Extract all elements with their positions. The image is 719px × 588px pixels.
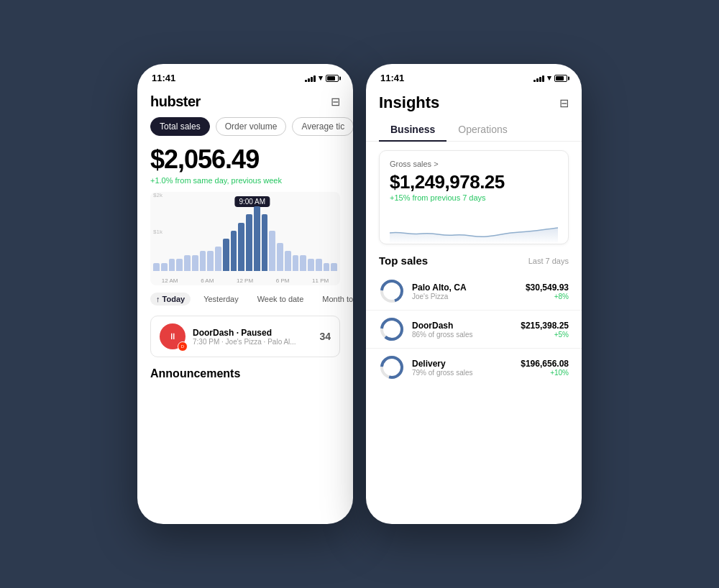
- tab-total-sales[interactable]: Total sales: [150, 117, 210, 136]
- pause-button[interactable]: ⏸ D: [160, 323, 186, 349]
- chart-tooltip: 9:00 AM: [234, 196, 270, 207]
- sales-item-1[interactable]: Palo Alto, CA Joe's Pizza $30,549.93 +8%: [366, 272, 582, 311]
- sales-item-1-values: $30,549.93 +8%: [526, 282, 569, 300]
- left-tabs-row: Total sales Order volume Average tic: [137, 117, 353, 144]
- sales-item-1-sub: Joe's Pizza: [412, 293, 518, 300]
- left-phone: 11:41 ▾ hubster ⊟: [137, 64, 353, 524]
- main-sales-amount: $2,056.49: [137, 144, 353, 176]
- right-header: Insights ⊟: [366, 88, 582, 119]
- wifi-icon: ▾: [319, 73, 323, 83]
- filter-yesterday[interactable]: Yesterday: [198, 293, 244, 306]
- left-status-bar: 11:41 ▾: [137, 64, 353, 88]
- sales-item-3-name: Delivery: [412, 359, 513, 369]
- announcements-title: Announcements: [137, 360, 353, 385]
- order-subtitle: 7:30 PM · Joe's Pizza · Palo Al...: [193, 338, 312, 346]
- gross-amount: $1,249,978.25: [390, 171, 558, 193]
- donut-chart-3: [379, 354, 405, 380]
- sales-item-3-sub: 79% of gross sales: [412, 369, 513, 377]
- phones-container: 11:41 ▾ hubster ⊟: [123, 50, 596, 538]
- tab-order-volume[interactable]: Order volume: [216, 117, 287, 136]
- wifi-icon: ▾: [547, 73, 551, 83]
- right-time: 11:41: [380, 73, 404, 83]
- tab-business[interactable]: Business: [379, 119, 446, 141]
- right-status-bar: 11:41 ▾: [366, 64, 582, 88]
- tab-operations[interactable]: Operations: [446, 119, 518, 141]
- doordash-badge: D: [178, 341, 188, 352]
- sales-item-2-sub: 86% of gross sales: [412, 331, 513, 339]
- sales-item-1-info: Palo Alto, CA Joe's Pizza: [412, 282, 518, 300]
- order-count: 34: [319, 331, 331, 342]
- sales-item-2-info: DoorDash 86% of gross sales: [412, 321, 513, 339]
- sales-item-3[interactable]: Delivery 79% of gross sales $196,656.08 …: [366, 349, 582, 386]
- gross-sales-chart: [390, 208, 558, 244]
- order-title: DoorDash · Paused: [193, 328, 312, 338]
- battery-icon: [326, 75, 339, 82]
- sales-item-1-name: Palo Alto, CA: [412, 282, 518, 293]
- sales-item-3-info: Delivery 79% of gross sales: [412, 359, 513, 377]
- hubster-logo: hubster: [150, 93, 201, 110]
- sales-item-2-name: DoorDash: [412, 321, 513, 331]
- signal-icon: [305, 75, 316, 82]
- sales-item-3-values: $196,656.08 +10%: [521, 359, 569, 377]
- sales-item-2-values: $215,398.25 +5%: [521, 321, 569, 339]
- order-info: DoorDash · Paused 7:30 PM · Joe's Pizza …: [193, 328, 312, 346]
- left-phone-content: hubster ⊟ Total sales Order volume Avera…: [137, 88, 353, 524]
- signal-icon: [533, 75, 544, 82]
- order-card[interactable]: ⏸ D DoorDash · Paused 7:30 PM · Joe's Pi…: [150, 316, 340, 357]
- donut-chart-1: [379, 278, 405, 304]
- sales-item-3-pct: +10%: [521, 369, 569, 377]
- sales-item-2-amount: $215,398.25: [521, 321, 569, 331]
- gross-change: +15% from previous 7 days: [390, 193, 558, 202]
- right-phone-content: Insights ⊟ Business Operations Gross sal…: [366, 88, 582, 524]
- sales-change: +1.0% from same day, previous week: [137, 176, 353, 192]
- date-filters: ↑ Today Yesterday Week to date Month to …: [137, 285, 353, 313]
- left-status-icons: ▾: [305, 73, 339, 83]
- insights-title: Insights: [379, 93, 439, 112]
- chart-bars: [150, 206, 340, 271]
- right-tabs: Business Operations: [366, 119, 582, 142]
- filter-month[interactable]: Month to d: [316, 293, 353, 306]
- right-phone: 11:41 ▾ Insights ⊟: [366, 64, 582, 524]
- sales-item-2-pct: +5%: [521, 331, 569, 339]
- sales-item-1-amount: $30,549.93: [526, 282, 569, 293]
- battery-icon: [554, 75, 567, 82]
- top-sales-header: Top sales Last 7 days: [366, 254, 582, 272]
- top-sales-title: Top sales: [379, 254, 428, 267]
- donut-chart-2: [379, 316, 405, 342]
- filter-icon[interactable]: ⊟: [331, 95, 340, 109]
- tab-average-ticket[interactable]: Average tic: [292, 117, 353, 136]
- filter-week[interactable]: Week to date: [252, 293, 310, 306]
- gross-sales-card: Gross sales > $1,249,978.25 +15% from pr…: [379, 150, 569, 244]
- left-time: 11:41: [152, 73, 175, 83]
- left-header: hubster ⊟: [137, 88, 353, 117]
- sales-item-1-pct: +8%: [526, 293, 569, 300]
- filter-today[interactable]: ↑ Today: [150, 293, 191, 306]
- top-sales-period: Last 7 days: [528, 257, 569, 265]
- sales-item-3-amount: $196,656.08: [521, 359, 569, 369]
- sales-item-2[interactable]: DoorDash 86% of gross sales $215,398.25 …: [366, 311, 582, 349]
- right-filter-icon[interactable]: ⊟: [559, 96, 569, 110]
- gross-label: Gross sales >: [390, 160, 558, 168]
- right-status-icons: ▾: [533, 73, 567, 83]
- sales-chart: 9:00 AM $2k $1k $0 12 AM 6 AM 12 PM 6 PM…: [150, 192, 340, 285]
- chart-x-labels: 12 AM 6 AM 12 PM 6 PM 11 PM: [150, 277, 340, 284]
